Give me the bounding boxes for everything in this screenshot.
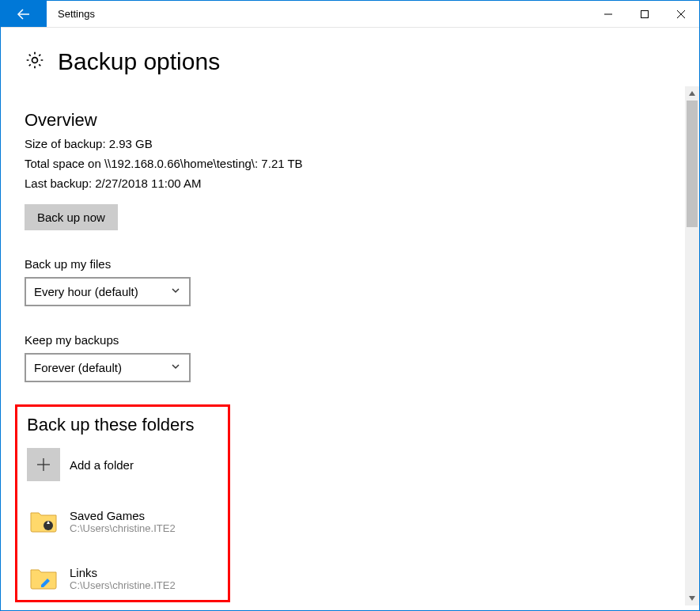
scroll-up-arrow-icon[interactable] — [685, 86, 699, 101]
folder-item[interactable]: Saved Games C:\Users\christine.ITE2 — [27, 500, 218, 543]
scroll-down-arrow-icon[interactable] — [685, 591, 699, 605]
folder-name: Saved Games — [70, 509, 176, 522]
backup-frequency-group: Back up my files Every hour (default) — [25, 257, 660, 306]
page-title: Backup options — [58, 48, 220, 75]
keep-backups-value: Forever (default) — [34, 361, 122, 374]
add-folder-label: Add a folder — [70, 458, 134, 472]
content-area: Overview Size of backup: 2.93 GB Total s… — [1, 86, 683, 605]
back-button[interactable] — [1, 1, 47, 27]
folder-path: C:\Users\christine.ITE2 — [70, 522, 176, 534]
svg-rect-2 — [641, 10, 649, 17]
plus-icon — [27, 448, 60, 481]
backup-frequency-label: Back up my files — [25, 257, 660, 271]
svg-marker-9 — [689, 91, 695, 96]
maximize-icon — [640, 9, 649, 19]
backup-now-button[interactable]: Back up now — [25, 204, 118, 230]
maximize-button[interactable] — [626, 1, 663, 27]
backup-frequency-value: Every hour (default) — [34, 285, 138, 298]
minimize-icon — [604, 9, 613, 19]
chevron-down-icon — [170, 361, 181, 374]
overview-section: Overview Size of backup: 2.93 GB Total s… — [25, 110, 660, 230]
add-folder-button[interactable]: Add a folder — [27, 443, 218, 486]
chevron-down-icon — [170, 285, 181, 298]
back-arrow-icon — [16, 6, 32, 22]
minimize-button[interactable] — [590, 1, 626, 27]
keep-backups-dropdown[interactable]: Forever (default) — [25, 353, 191, 382]
folder-icon — [27, 505, 60, 538]
window-controls — [590, 1, 699, 27]
page-header: Backup options — [1, 28, 699, 86]
keep-backups-label: Keep my backups — [25, 333, 660, 347]
folder-item[interactable]: Links C:\Users\christine.ITE2 — [27, 557, 218, 600]
backup-size-line: Size of backup: 2.93 GB — [25, 137, 660, 150]
svg-point-5 — [32, 58, 38, 63]
vertical-scrollbar[interactable] — [685, 86, 699, 605]
svg-marker-10 — [689, 596, 695, 601]
close-button[interactable] — [663, 1, 699, 27]
total-space-line: Total space on \\192.168.0.66\home\testi… — [25, 157, 660, 170]
backup-folders-heading: Back up these folders — [27, 415, 218, 435]
overview-heading: Overview — [25, 110, 660, 131]
window-title: Settings — [47, 1, 106, 27]
backup-frequency-dropdown[interactable]: Every hour (default) — [25, 277, 191, 306]
titlebar-spacer — [106, 1, 590, 27]
title-bar: Settings — [1, 1, 699, 28]
close-icon — [676, 9, 686, 19]
keep-backups-group: Keep my backups Forever (default) — [25, 333, 660, 382]
last-backup-line: Last backup: 2/27/2018 11:00 AM — [25, 176, 660, 190]
backup-folders-highlight: Back up these folders Add a folder — [15, 404, 230, 602]
scroll-thumb[interactable] — [687, 101, 698, 227]
folder-icon — [27, 562, 60, 595]
content-wrap: Overview Size of backup: 2.93 GB Total s… — [1, 86, 699, 605]
folder-name: Links — [70, 566, 176, 579]
gear-icon — [25, 50, 45, 74]
folder-path: C:\Users\christine.ITE2 — [70, 579, 176, 591]
